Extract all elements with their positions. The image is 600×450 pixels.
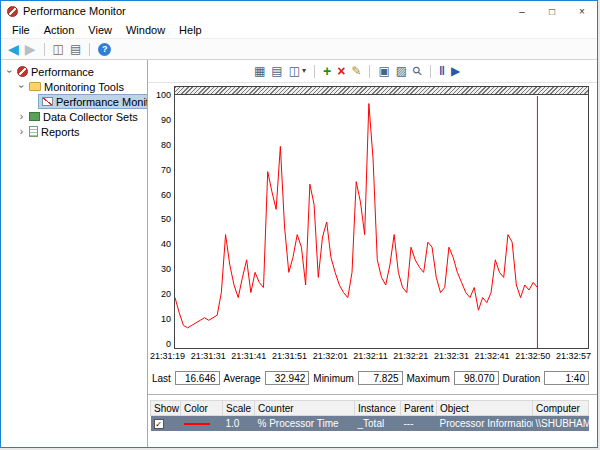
highlight-icon[interactable]: ✎ [351, 65, 361, 77]
zoom-icon[interactable]: ⚲ [410, 64, 425, 79]
menu-item-view[interactable]: View [81, 24, 119, 36]
chart-plot[interactable] [174, 86, 589, 349]
x-axis: 21:31:1921:31:3121:31:4121:31:5121:32:01… [150, 351, 591, 361]
column-header-counter[interactable]: Counter [255, 401, 355, 416]
show-cell: ✓ [151, 416, 181, 431]
delete-counter-icon[interactable]: × [337, 64, 345, 78]
tree-item-data-collector-sets[interactable]: › Data Collector Sets [1, 109, 147, 124]
column-header-show[interactable]: Show [151, 401, 181, 416]
column-header-object[interactable]: Object [437, 401, 533, 416]
column-header-color[interactable]: Color [181, 401, 223, 416]
chevron-expanded-icon[interactable]: › [4, 67, 15, 76]
column-header-parent[interactable]: Parent [401, 401, 437, 416]
last-label: Last [152, 373, 171, 384]
back-icon[interactable]: ◀ [8, 42, 19, 56]
y-axis-tick-label: 0 [166, 339, 171, 349]
change-graph-type-icon[interactable]: ◫ [289, 65, 300, 77]
close-button[interactable]: × [567, 1, 597, 21]
minimize-button[interactable]: – [507, 1, 537, 21]
tree-item-performance-monitor[interactable]: Performance Monitor [1, 94, 147, 109]
chevron-collapsed-icon[interactable]: › [17, 126, 26, 137]
menu-item-help[interactable]: Help [172, 24, 209, 36]
chevron-collapsed-icon[interactable]: › [17, 111, 26, 122]
tree-item-label: Reports [41, 126, 80, 138]
duration-label: Duration [503, 373, 541, 384]
add-counter-icon[interactable]: + [323, 64, 331, 78]
mmc-toolbar: ◀▶◫▤? [1, 39, 597, 60]
x-axis-tick-label: 21:32:31 [434, 351, 469, 361]
view-log-data-icon[interactable]: ▤ [271, 65, 282, 77]
column-header-scale[interactable]: Scale [223, 401, 255, 416]
help-icon[interactable]: ? [98, 43, 111, 56]
dropdown-arrow-icon[interactable]: ▾ [302, 67, 306, 75]
tree-item-monitoring-tools[interactable]: › Monitoring Tools [1, 79, 147, 94]
y-axis-tick-label: 100 [156, 90, 171, 100]
maximize-button[interactable]: □ [537, 1, 567, 21]
toolbar-separator [44, 43, 45, 56]
toolbar-separator [369, 65, 370, 78]
horizontal-separator [148, 394, 597, 395]
y-axis: 1009080706050403020100 [148, 86, 174, 349]
freeze-display-icon[interactable]: ‖ [439, 65, 445, 77]
copy-properties-icon[interactable]: ▣ [378, 65, 389, 77]
counter-table: Show Color Scale Counter Instance Parent… [150, 400, 589, 431]
view-current-activity-icon[interactable]: ▦ [254, 65, 265, 77]
show-checkbox[interactable]: ✓ [154, 419, 164, 429]
data-collector-sets-icon [29, 112, 40, 121]
tree-item-label: Monitoring Tools [44, 81, 124, 93]
export-list-icon[interactable]: ▤ [70, 43, 81, 55]
y-axis-tick-label: 80 [161, 140, 171, 150]
tree-selection-highlight[interactable]: Performance Monitor [38, 94, 148, 109]
color-cell [181, 416, 223, 431]
update-data-icon[interactable]: ▶ [451, 65, 460, 77]
menu-item-window[interactable]: Window [119, 24, 172, 36]
y-axis-tick-label: 60 [161, 190, 171, 200]
tree-item-reports[interactable]: › Reports [1, 124, 147, 139]
toolbar-separator [430, 65, 431, 78]
y-axis-tick-label: 50 [161, 214, 171, 224]
folder-icon [29, 82, 41, 91]
x-axis-tick-label: 21:31:19 [150, 351, 185, 361]
average-label: Average [224, 373, 261, 384]
counter-cell: % Processor Time [255, 416, 355, 431]
column-header-instance[interactable]: Instance [355, 401, 401, 416]
x-axis-tick-label: 21:32:21 [393, 351, 428, 361]
menu-item-file[interactable]: File [5, 24, 37, 36]
column-header-computer[interactable]: Computer [533, 401, 589, 416]
duration-value: 1:40 [544, 371, 589, 385]
forward-icon[interactable]: ▶ [25, 42, 36, 56]
stats-bar: Last 16.646 Average 32.942 Minimum 7.825… [152, 371, 589, 385]
last-value: 16.646 [175, 371, 220, 385]
window-controls: – □ × [507, 1, 597, 21]
chart-svg [175, 96, 588, 348]
reports-icon [29, 126, 38, 137]
x-axis-tick-label: 21:31:51 [272, 351, 307, 361]
console-content: › Performance › Monitoring Tools Perform… [1, 60, 597, 447]
y-axis-tick-label: 90 [161, 115, 171, 125]
x-axis-tick-label: 21:32:50 [515, 351, 550, 361]
show-hide-console-tree-icon[interactable]: ◫ [53, 43, 64, 55]
toolbar-separator [89, 43, 90, 56]
maximum-value: 98.070 [454, 371, 499, 385]
computer-cell: \\SHUBHAMDALW... [533, 416, 589, 431]
instance-cell: _Total [355, 416, 401, 431]
x-axis-tick-label: 21:32:01 [313, 351, 348, 361]
counter-row[interactable]: ✓ 1.0 % Processor Time _Total --- Proces… [151, 416, 589, 431]
paste-counter-list-icon[interactable]: ▨ [396, 65, 407, 77]
performance-monitor-window: Performance Monitor – □ × File Action Vi… [0, 0, 598, 448]
counter-color-swatch [184, 423, 210, 425]
window-title: Performance Monitor [23, 5, 126, 17]
title-bar[interactable]: Performance Monitor – □ × [1, 1, 597, 21]
y-axis-tick-label: 20 [161, 289, 171, 299]
y-axis-tick-label: 10 [161, 314, 171, 324]
chevron-expanded-icon[interactable]: › [16, 82, 27, 91]
menu-item-action[interactable]: Action [37, 24, 82, 36]
x-axis-tick-label: 21:32:57 [556, 351, 591, 361]
tree-item-performance-root[interactable]: › Performance [1, 64, 147, 79]
tree-item-label: Data Collector Sets [43, 111, 138, 123]
performance-monitor-panel: ▦▤◫▾+×✎▣▨⚲‖▶ 1009080706050403020100 21:3… [148, 60, 597, 447]
x-axis-tick-label: 21:32:41 [475, 351, 510, 361]
minimum-value: 7.825 [358, 371, 403, 385]
chart-area: 1009080706050403020100 [148, 86, 597, 349]
menu-bar: File Action View Window Help [1, 21, 597, 39]
